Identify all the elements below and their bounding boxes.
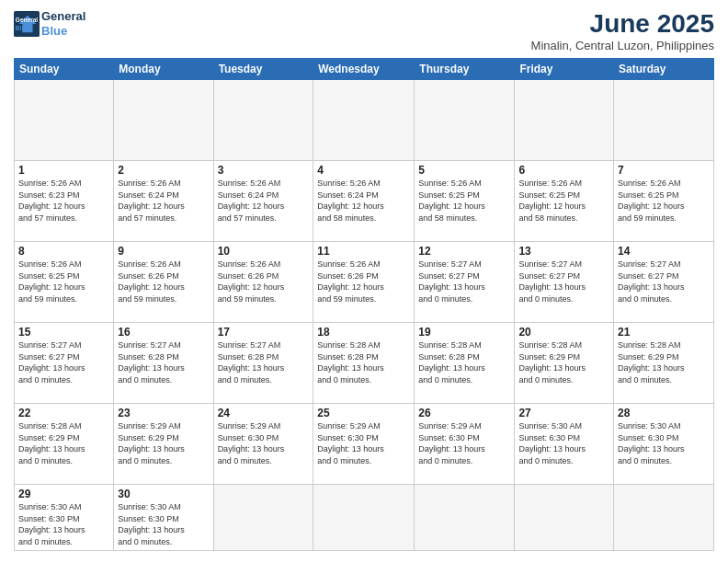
col-tuesday: Tuesday	[213, 59, 313, 80]
logo-text: General Blue	[41, 9, 85, 38]
day-number: 12	[418, 245, 510, 258]
day-info: Sunrise: 5:26 AM Sunset: 6:24 PM Dayligh…	[118, 178, 209, 224]
calendar-table: Sunday Monday Tuesday Wednesday Thursday…	[14, 58, 714, 551]
day-number: 9	[118, 245, 209, 258]
day-number: 25	[317, 407, 410, 419]
table-row	[213, 485, 313, 551]
day-info: Sunrise: 5:27 AM Sunset: 6:28 PM Dayligh…	[218, 339, 310, 385]
table-row: 21Sunrise: 5:28 AM Sunset: 6:29 PM Dayli…	[614, 323, 714, 404]
table-row	[614, 485, 714, 551]
table-row: 25Sunrise: 5:29 AM Sunset: 6:30 PM Dayli…	[313, 404, 415, 485]
col-wednesday: Wednesday	[313, 59, 415, 80]
logo-icon: General Blue	[14, 11, 40, 37]
day-number: 13	[518, 245, 609, 258]
table-row: 15Sunrise: 5:27 AM Sunset: 6:27 PM Dayli…	[15, 323, 114, 404]
day-number: 4	[317, 164, 410, 177]
day-info: Sunrise: 5:28 AM Sunset: 6:28 PM Dayligh…	[317, 339, 410, 385]
day-number: 24	[218, 407, 310, 419]
table-row: 13Sunrise: 5:27 AM Sunset: 6:27 PM Dayli…	[515, 242, 614, 323]
table-row: 16Sunrise: 5:27 AM Sunset: 6:28 PM Dayli…	[114, 323, 213, 404]
table-row: 6Sunrise: 5:26 AM Sunset: 6:25 PM Daylig…	[515, 161, 614, 242]
day-number: 29	[18, 488, 109, 500]
table-row	[515, 80, 614, 161]
table-row: 3Sunrise: 5:26 AM Sunset: 6:24 PM Daylig…	[213, 161, 313, 242]
day-info: Sunrise: 5:26 AM Sunset: 6:26 PM Dayligh…	[118, 259, 209, 304]
table-row: 9Sunrise: 5:26 AM Sunset: 6:26 PM Daylig…	[114, 242, 213, 323]
day-number: 2	[118, 164, 209, 177]
day-number: 22	[18, 407, 109, 419]
table-row	[415, 80, 515, 161]
table-row: 8Sunrise: 5:26 AM Sunset: 6:25 PM Daylig…	[15, 242, 114, 323]
day-number: 5	[418, 164, 510, 177]
day-info: Sunrise: 5:28 AM Sunset: 6:29 PM Dayligh…	[518, 339, 609, 385]
day-info: Sunrise: 5:30 AM Sunset: 6:30 PM Dayligh…	[18, 501, 109, 547]
day-number: 8	[18, 245, 109, 258]
day-info: Sunrise: 5:26 AM Sunset: 6:25 PM Dayligh…	[18, 259, 109, 304]
svg-text:General: General	[16, 17, 38, 23]
header: General Blue General Blue June 2025 Mina…	[14, 9, 714, 52]
table-row: 10Sunrise: 5:26 AM Sunset: 6:26 PM Dayli…	[213, 242, 313, 323]
table-row: 19Sunrise: 5:28 AM Sunset: 6:28 PM Dayli…	[415, 323, 515, 404]
day-number: 6	[518, 164, 609, 177]
calendar-week-row: 22Sunrise: 5:28 AM Sunset: 6:29 PM Dayli…	[15, 404, 714, 485]
table-row: 4Sunrise: 5:26 AM Sunset: 6:24 PM Daylig…	[313, 161, 415, 242]
calendar-week-row: 1Sunrise: 5:26 AM Sunset: 6:23 PM Daylig…	[15, 161, 714, 242]
day-number: 17	[218, 326, 310, 339]
table-row: 22Sunrise: 5:28 AM Sunset: 6:29 PM Dayli…	[15, 404, 114, 485]
col-sunday: Sunday	[15, 59, 114, 80]
day-info: Sunrise: 5:26 AM Sunset: 6:24 PM Dayligh…	[218, 178, 310, 224]
day-number: 30	[118, 488, 209, 500]
day-info: Sunrise: 5:27 AM Sunset: 6:27 PM Dayligh…	[618, 259, 710, 304]
table-row	[15, 80, 114, 161]
col-saturday: Saturday	[614, 59, 714, 80]
day-info: Sunrise: 5:27 AM Sunset: 6:27 PM Dayligh…	[18, 339, 109, 385]
logo: General Blue General Blue	[14, 9, 85, 38]
day-info: Sunrise: 5:27 AM Sunset: 6:28 PM Dayligh…	[118, 339, 209, 385]
day-info: Sunrise: 5:26 AM Sunset: 6:25 PM Dayligh…	[518, 178, 609, 224]
table-row	[313, 80, 415, 161]
day-number: 21	[618, 326, 710, 339]
table-row: 24Sunrise: 5:29 AM Sunset: 6:30 PM Dayli…	[213, 404, 313, 485]
month-title: June 2025	[531, 9, 714, 39]
day-info: Sunrise: 5:30 AM Sunset: 6:30 PM Dayligh…	[518, 420, 609, 466]
calendar-header-row: Sunday Monday Tuesday Wednesday Thursday…	[15, 59, 714, 80]
day-info: Sunrise: 5:29 AM Sunset: 6:30 PM Dayligh…	[418, 420, 510, 466]
day-number: 27	[518, 407, 609, 419]
day-info: Sunrise: 5:27 AM Sunset: 6:27 PM Dayligh…	[518, 259, 609, 304]
col-friday: Friday	[515, 59, 614, 80]
day-number: 26	[418, 407, 510, 419]
table-row: 11Sunrise: 5:26 AM Sunset: 6:26 PM Dayli…	[313, 242, 415, 323]
day-info: Sunrise: 5:29 AM Sunset: 6:30 PM Dayligh…	[317, 420, 410, 466]
table-row	[415, 485, 515, 551]
day-number: 19	[418, 326, 510, 339]
calendar-week-row: 29Sunrise: 5:30 AM Sunset: 6:30 PM Dayli…	[15, 485, 714, 551]
table-row: 18Sunrise: 5:28 AM Sunset: 6:28 PM Dayli…	[313, 323, 415, 404]
table-row: 30Sunrise: 5:30 AM Sunset: 6:30 PM Dayli…	[114, 485, 213, 551]
table-row: 28Sunrise: 5:30 AM Sunset: 6:30 PM Dayli…	[614, 404, 714, 485]
table-row	[213, 80, 313, 161]
table-row	[614, 80, 714, 161]
day-number: 3	[218, 164, 310, 177]
table-row	[313, 485, 415, 551]
day-number: 10	[218, 245, 310, 258]
day-number: 7	[618, 164, 710, 177]
svg-text:Blue: Blue	[16, 24, 28, 30]
day-number: 23	[118, 407, 209, 419]
day-info: Sunrise: 5:26 AM Sunset: 6:26 PM Dayligh…	[317, 259, 410, 304]
day-number: 16	[118, 326, 209, 339]
calendar-week-row: 8Sunrise: 5:26 AM Sunset: 6:25 PM Daylig…	[15, 242, 714, 323]
table-row: 26Sunrise: 5:29 AM Sunset: 6:30 PM Dayli…	[415, 404, 515, 485]
day-info: Sunrise: 5:28 AM Sunset: 6:28 PM Dayligh…	[418, 339, 510, 385]
table-row	[114, 80, 213, 161]
table-row: 1Sunrise: 5:26 AM Sunset: 6:23 PM Daylig…	[15, 161, 114, 242]
day-info: Sunrise: 5:30 AM Sunset: 6:30 PM Dayligh…	[118, 501, 209, 547]
day-number: 11	[317, 245, 410, 258]
col-monday: Monday	[114, 59, 213, 80]
table-row: 17Sunrise: 5:27 AM Sunset: 6:28 PM Dayli…	[213, 323, 313, 404]
day-info: Sunrise: 5:27 AM Sunset: 6:27 PM Dayligh…	[418, 259, 510, 304]
day-info: Sunrise: 5:30 AM Sunset: 6:30 PM Dayligh…	[618, 420, 710, 466]
table-row: 27Sunrise: 5:30 AM Sunset: 6:30 PM Dayli…	[515, 404, 614, 485]
calendar-week-row	[15, 80, 714, 161]
table-row: 29Sunrise: 5:30 AM Sunset: 6:30 PM Dayli…	[15, 485, 114, 551]
day-number: 14	[618, 245, 710, 258]
